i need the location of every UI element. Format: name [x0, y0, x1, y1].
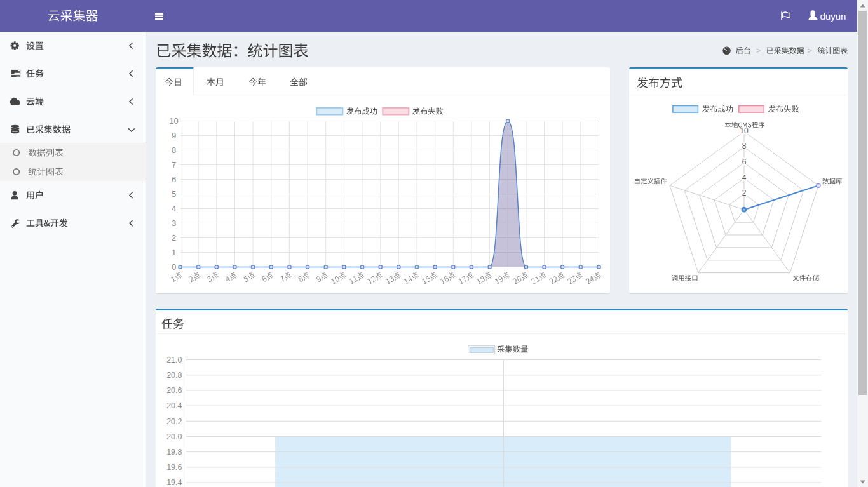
svg-text:19.4: 19.4	[166, 478, 182, 487]
svg-text:6: 6	[172, 175, 176, 184]
svg-text:19.8: 19.8	[166, 448, 182, 457]
svg-text:6: 6	[742, 157, 747, 166]
svg-text:8: 8	[742, 142, 747, 150]
svg-text:4: 4	[172, 204, 176, 213]
svg-text:0: 0	[172, 262, 176, 272]
svg-text:>: >	[756, 46, 761, 55]
svg-text:2: 2	[742, 189, 747, 197]
svg-text:20.6: 20.6	[166, 386, 182, 395]
svg-text:>: >	[808, 46, 812, 55]
svg-text:duyun: duyun	[820, 11, 846, 22]
svg-text:10: 10	[740, 126, 749, 135]
svg-text:7: 7	[172, 160, 176, 170]
svg-text:8: 8	[172, 145, 176, 155]
svg-text:20.2: 20.2	[166, 417, 182, 426]
svg-text:20.0: 20.0	[166, 432, 182, 441]
svg-text:21.0: 21.0	[166, 356, 182, 364]
svg-text:10: 10	[169, 116, 178, 126]
svg-text:4: 4	[742, 173, 747, 182]
svg-text:19.6: 19.6	[166, 463, 182, 472]
svg-text:2: 2	[172, 233, 176, 243]
svg-text:20.4: 20.4	[166, 401, 182, 410]
svg-text:9: 9	[172, 131, 176, 140]
svg-text:5: 5	[172, 189, 176, 199]
svg-text:20.8: 20.8	[166, 371, 182, 380]
svg-text:1: 1	[172, 248, 176, 257]
svg-text:3: 3	[172, 218, 176, 228]
